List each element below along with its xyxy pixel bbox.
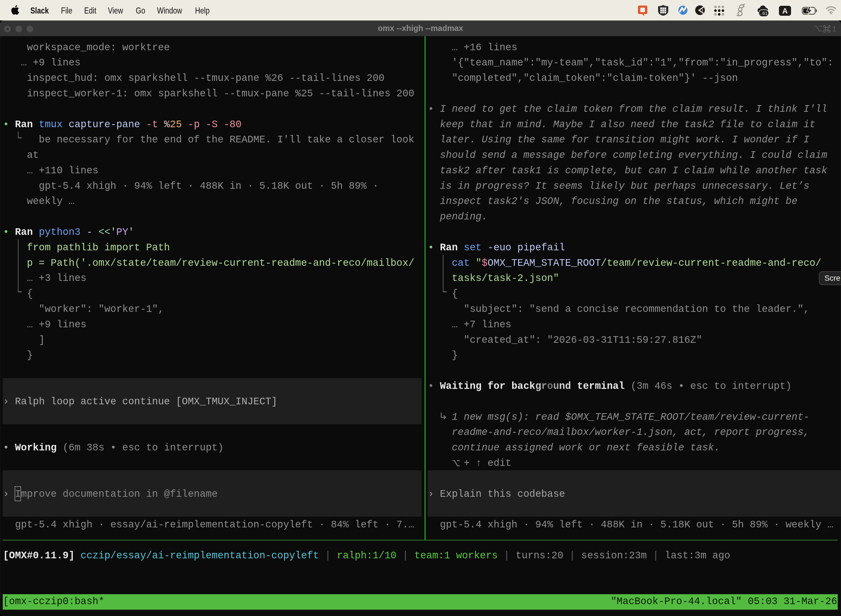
svg-text:..61: ..61	[760, 11, 768, 16]
svg-text:A: A	[782, 7, 788, 15]
svg-text:1: 1	[832, 25, 836, 33]
